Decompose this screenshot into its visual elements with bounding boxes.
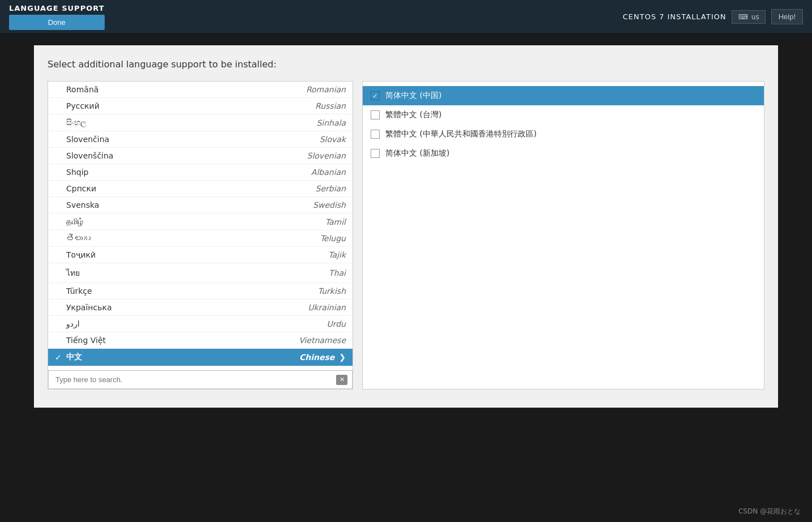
page-title: LANGUAGE SUPPORT (9, 4, 105, 12)
lang-name: తెలుగు (66, 234, 320, 243)
lang-english: Sinhala (316, 118, 346, 127)
lang-english: Telugu (320, 234, 346, 243)
lang-english: Tajik (328, 250, 346, 259)
locale-list: ✓简体中文 (中国)繁體中文 (台灣)繁體中文 (中華人民共和國香港特別行政區)… (363, 82, 764, 168)
lang-name: Українська (66, 303, 308, 312)
keyboard-layout: us (751, 13, 759, 21)
locale-row[interactable]: 繁體中文 (台灣) (363, 105, 764, 125)
locale-label: 简体中文 (新加坡) (385, 148, 449, 159)
page-subtitle: Select additional language support to be… (48, 59, 764, 70)
keyboard-indicator[interactable]: ⌨ us (732, 10, 765, 24)
language-row[interactable]: IsiZuluZulu (48, 366, 353, 370)
language-row[interactable]: SvenskaSwedish (48, 197, 353, 213)
header-left: LANGUAGE SUPPORT Done (9, 4, 105, 30)
locale-checkbox[interactable] (371, 130, 380, 139)
main-content: Select additional language support to be… (34, 45, 778, 408)
lang-name: اردو (66, 319, 326, 328)
language-row[interactable]: తెలుగుTelugu (48, 230, 353, 247)
lang-name: Slovenščina (66, 151, 307, 160)
checkmark-symbol: ✓ (372, 92, 377, 100)
locale-row[interactable]: 简体中文 (新加坡) (363, 144, 764, 163)
lang-name: Русский (66, 101, 315, 110)
lang-english: Thai (329, 268, 346, 277)
lang-english: Chinese (299, 353, 334, 362)
language-row[interactable]: اردوUrdu (48, 316, 353, 332)
search-clear-button[interactable]: ✕ (336, 375, 347, 385)
help-button[interactable]: Help! (771, 9, 803, 24)
lang-name: ไทย (66, 267, 329, 279)
locale-row[interactable]: ✓简体中文 (中国) (363, 86, 764, 105)
language-row[interactable]: УкраїнськаUkrainian (48, 299, 353, 316)
lang-english: Russian (315, 101, 346, 110)
locale-row[interactable]: 繁體中文 (中華人民共和國香港特別行政區) (363, 125, 764, 144)
lang-name: Slovenčina (66, 135, 320, 144)
footer-watermark: CSDN @花雨おとな (738, 507, 801, 516)
language-row[interactable]: РусскийRussian (48, 98, 353, 114)
lang-checkmark: ✓ (55, 353, 66, 362)
language-row[interactable]: ไทยThai (48, 263, 353, 283)
lang-english: Slovak (320, 135, 346, 144)
language-row[interactable]: ТоҷикӣTajik (48, 247, 353, 263)
lang-name: Română (66, 85, 306, 94)
lang-name: IsiZulu (66, 370, 328, 370)
language-row[interactable]: RomânăRomanian (48, 82, 353, 98)
lang-arrow-icon: ❯ (339, 353, 346, 362)
lang-name: Тоҷикӣ (66, 250, 328, 259)
centos-title: CENTOS 7 INSTALLATION (622, 12, 726, 21)
left-panel: RomânăRomanianРусскийRussianසිංහලSinhala… (48, 81, 353, 390)
language-row[interactable]: සිංහලSinhala (48, 114, 353, 131)
language-row[interactable]: SlovenščinaSlovenian (48, 148, 353, 164)
locale-label: 繁體中文 (台灣) (385, 110, 441, 120)
lang-english: Albanian (311, 168, 346, 177)
lang-name: Српски (66, 184, 316, 193)
header-right: CENTOS 7 INSTALLATION ⌨ us Help! (622, 9, 803, 24)
lang-english: Serbian (316, 184, 346, 193)
locale-label: 繁體中文 (中華人民共和國香港特別行政區) (385, 129, 536, 139)
panels: RomânăRomanianРусскийRussianසිංහලSinhala… (48, 81, 764, 390)
lang-english: Ukrainian (308, 303, 346, 312)
lang-english: Turkish (318, 286, 346, 296)
locale-checkbox[interactable] (371, 149, 380, 158)
lang-english: Tamil (325, 217, 346, 226)
done-button[interactable]: Done (9, 15, 105, 30)
lang-name: Shqip (66, 168, 311, 177)
lang-name: Türkçe (66, 286, 318, 296)
right-panel: ✓简体中文 (中国)繁體中文 (台灣)繁體中文 (中華人民共和國香港特別行政區)… (362, 81, 764, 390)
lang-english: Vietnamese (299, 336, 346, 345)
search-input[interactable] (53, 373, 336, 386)
lang-english: Romanian (306, 85, 346, 94)
lang-english: Swedish (313, 200, 346, 209)
lang-name: සිංහල (66, 118, 316, 127)
lang-english: Urdu (326, 319, 346, 328)
locale-checkbox[interactable] (371, 110, 380, 119)
search-box-container: ✕ (48, 370, 353, 389)
language-list: RomânăRomanianРусскийRussianසිංහලSinhala… (48, 82, 353, 370)
lang-name: Tiếng Việt (66, 336, 299, 345)
language-row[interactable]: தமிழ்Tamil (48, 213, 353, 230)
language-row[interactable]: Tiếng ViệtVietnamese (48, 332, 353, 349)
language-row[interactable]: SlovenčinaSlovak (48, 131, 353, 148)
keyboard-icon: ⌨ (738, 13, 747, 21)
language-row[interactable]: ShqipAlbanian (48, 164, 353, 181)
header: LANGUAGE SUPPORT Done CENTOS 7 INSTALLAT… (0, 0, 812, 34)
locale-label: 简体中文 (中国) (385, 91, 441, 101)
language-row[interactable]: СрпскиSerbian (48, 181, 353, 197)
language-row[interactable]: TürkçeTurkish (48, 283, 353, 299)
lang-english: Slovenian (307, 151, 346, 160)
locale-checkbox[interactable]: ✓ (371, 91, 380, 100)
language-row[interactable]: ✓中文Chinese❯ (48, 349, 353, 366)
lang-name: 中文 (66, 352, 299, 362)
lang-name: தமிழ் (66, 217, 325, 226)
lang-name: Svenska (66, 200, 313, 209)
lang-english: Zulu (328, 370, 346, 370)
